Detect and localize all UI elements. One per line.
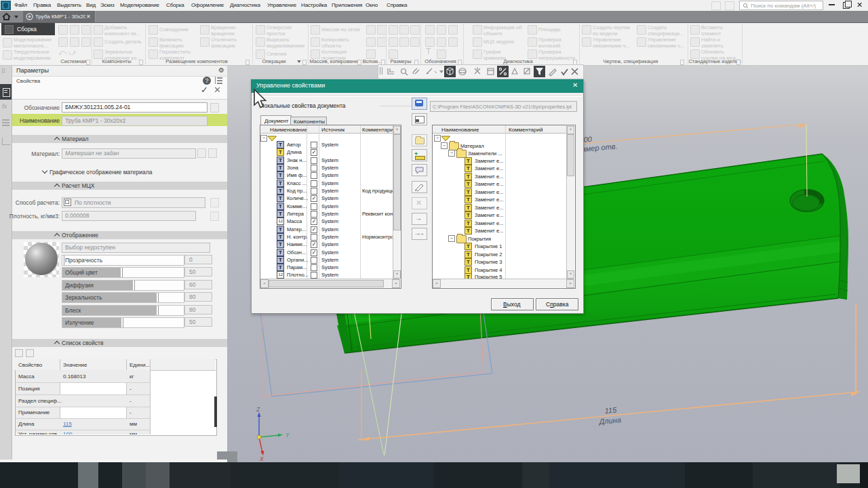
svg-text:115: 115 <box>604 405 617 415</box>
svg-text:Y: Y <box>285 432 290 439</box>
svg-text:Длина: Длина <box>597 415 621 426</box>
svg-text:X: X <box>259 455 264 462</box>
svg-text:амер отв.: амер отв. <box>581 142 618 153</box>
svg-text:Z: Z <box>256 406 260 413</box>
svg-text:00: 00 <box>583 135 593 144</box>
